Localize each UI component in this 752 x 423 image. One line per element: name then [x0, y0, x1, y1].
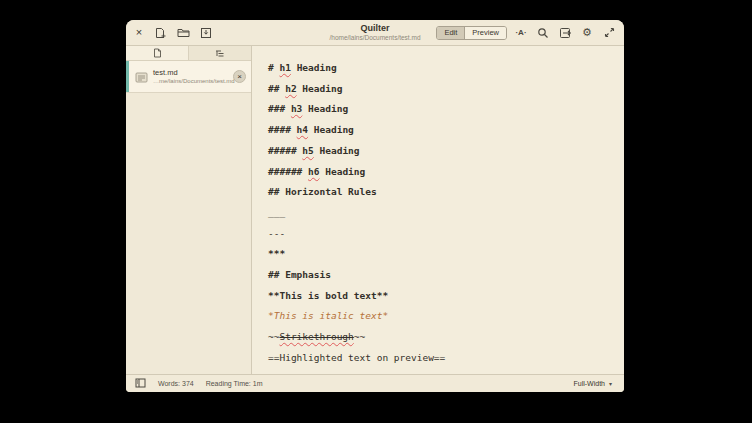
open-file-button[interactable]: [175, 25, 191, 41]
sidebar: test.md …me/lains/Documents/test.md ×: [126, 46, 252, 374]
file-info: test.md …me/lains/Documents/test.md: [153, 68, 233, 85]
quilter-window: ×: [126, 20, 624, 392]
window-title-block: Quilter /home/lains/Documents/test.md: [329, 22, 420, 42]
editor-line: ## h2 Heading: [268, 79, 616, 100]
close-icon: ×: [237, 73, 242, 81]
new-file-icon: [154, 27, 166, 39]
font-scale-icon: ·A·: [515, 28, 526, 37]
editor-line: ***: [268, 244, 616, 265]
open-file-card[interactable]: test.md …me/lains/Documents/test.md ×: [126, 61, 251, 93]
window-body: test.md …me/lains/Documents/test.md × # …: [126, 46, 624, 374]
sidebar-tabbar: [126, 46, 251, 61]
search-button[interactable]: [535, 25, 551, 41]
gear-icon: ⚙: [582, 27, 592, 38]
search-icon: [537, 27, 549, 39]
editor-line: ~~Strikethrough~~: [268, 327, 616, 348]
outline-icon: [215, 44, 225, 62]
sidebar-toggle-icon: [135, 378, 146, 389]
header-right-controls: Edit Preview ·A·: [436, 25, 617, 41]
file-path: …me/lains/Documents/test.md: [153, 77, 233, 85]
editor-line: ## Emphasis: [268, 265, 616, 286]
edit-preview-toggle: Edit Preview: [436, 26, 507, 40]
editor-content[interactable]: # h1 Heading## h2 Heading### h3 Heading#…: [252, 46, 624, 374]
fullscreen-button[interactable]: [601, 25, 617, 41]
tab-outline[interactable]: [188, 46, 251, 60]
editor-line: ## Horizontal Rules: [268, 182, 616, 203]
sidebar-toggle-button[interactable]: [134, 378, 146, 390]
export-icon: [559, 27, 572, 39]
preview-mode-button[interactable]: Preview: [464, 27, 506, 39]
save-file-button[interactable]: [198, 25, 214, 41]
editor-line: ==Highlighted text on preview==: [268, 348, 616, 369]
headerbar: ×: [126, 20, 624, 46]
editor-line: ---: [268, 224, 616, 245]
save-icon: [200, 27, 212, 39]
preferences-button[interactable]: ⚙: [579, 25, 595, 41]
editor-line: **This is bold text**: [268, 286, 616, 307]
editor-line: ###### h6 Heading: [268, 162, 616, 183]
font-scale-button[interactable]: ·A·: [513, 25, 529, 41]
folder-icon: [177, 27, 190, 38]
edit-mode-button[interactable]: Edit: [437, 27, 464, 39]
editor-line: #### h4 Heading: [268, 120, 616, 141]
editor-line: ### h3 Heading: [268, 99, 616, 120]
new-file-button[interactable]: [152, 25, 168, 41]
file-name: test.md: [153, 68, 233, 77]
desktop-background: ×: [0, 0, 752, 423]
width-mode-label: Full-Width: [573, 380, 605, 387]
reading-time: Reading Time: 1m: [206, 380, 263, 387]
editor-line: *This is italic text*: [268, 306, 616, 327]
statusbar: Words: 374 Reading Time: 1m Full-Width ▾: [126, 374, 624, 392]
window-subtitle: /home/lains/Documents/test.md: [329, 34, 420, 42]
fullscreen-icon: [604, 27, 615, 38]
window-title: Quilter: [329, 22, 420, 34]
width-mode-dropdown[interactable]: Full-Width ▾: [569, 378, 616, 389]
editor-line: ___: [268, 203, 616, 224]
file-close-button[interactable]: ×: [233, 70, 246, 83]
close-icon: ×: [136, 27, 142, 38]
chevron-down-icon: ▾: [609, 380, 612, 387]
active-file-accent: [126, 61, 129, 92]
markdown-file-icon: [135, 70, 148, 83]
word-count: Words: 374: [158, 380, 194, 387]
editor-line: ##### h5 Heading: [268, 141, 616, 162]
tab-files[interactable]: [126, 46, 188, 60]
document-icon: [153, 44, 162, 62]
window-close-button[interactable]: ×: [133, 27, 145, 39]
editor-line: # h1 Heading: [268, 58, 616, 79]
export-button[interactable]: [557, 25, 573, 41]
